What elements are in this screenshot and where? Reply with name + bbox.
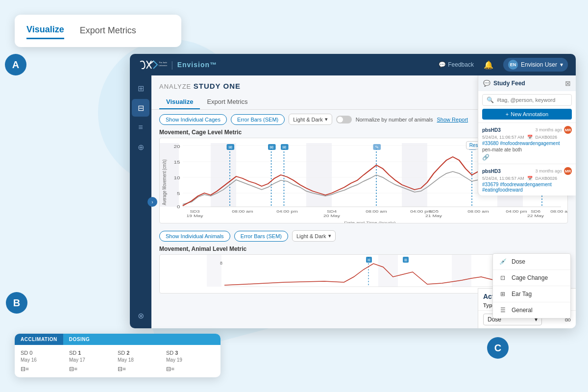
chevron-down-icon: ▾ [560,61,563,68]
feed-entry-1-header: pbsHD3 3 months ago MR [482,126,572,134]
logo-area: The Jackson Laboratory | Envision™ [138,58,217,72]
show-individual-cages-btn[interactable]: Show Individual Cages [159,114,227,125]
chart2-controls: Show Individual Animals Error Bars (SEM)… [151,226,576,245]
error-bars-btn-2[interactable]: Error Bars (SEM) [234,231,288,242]
type-dropdown-options: 💉 Dose ⊡ Cage Change ⊞ Ear Tag ☰ General [492,253,571,318]
sidebar-icon-chart[interactable]: ≡ [132,119,149,136]
feed-search[interactable]: 🔍 [482,94,572,106]
show-report-link[interactable]: Show Report [437,117,468,122]
svg-rect-59 [452,255,471,287]
timeline-date-1: May 17 [69,357,118,363]
sidebar-icon-grid[interactable]: ⊟ [132,99,149,117]
svg-text:SD3: SD3 [190,209,199,214]
svg-rect-57 [207,255,221,287]
option-cage-change[interactable]: ⊡ Cage Change [493,270,570,286]
sidebar-icon-settings[interactable]: ⊕ [132,138,149,156]
feed-entry-2: pbsHD3 3 months ago MR 5/24/24, 11:06:57… [478,164,576,196]
light-dark-dropdown-2[interactable]: Light & Dark ▾ [292,230,336,242]
option-general[interactable]: ☰ General [493,302,570,318]
timeline-icon-1: ⊟= [69,366,118,372]
svg-text:Average Movement (cm/s): Average Movement (cm/s) [162,159,167,205]
svg-text:⊞: ⊞ [270,145,274,149]
app-body: ⊞ ⊟ ≡ ⊕ ⊗ › ANALYZE STUDY ONE ↗ Share [130,75,576,328]
sd-label-0: SD [21,350,28,356]
feed-tag3-2: #eatingfoodreward [482,187,572,193]
plus-icon: + [506,111,509,117]
timeline-icon-2: ⊟= [118,366,166,372]
feed-title-row: 💬 Study Feed [483,80,525,87]
option-ear-tag[interactable]: ⊞ Ear Tag [493,286,570,302]
svg-rect-7 [211,143,236,207]
header-divider: | [171,60,173,70]
feed-user-2: pbsHD3 [482,169,501,174]
timeline-sd-1: SD 1 [69,350,118,356]
error-bars-btn[interactable]: Error Bars (SEM) [231,114,285,125]
timeline-icon-3: ⊟= [166,366,215,372]
timeline-row: SD 0 May 16 ⊟= SD 1 May 17 ⊟= SD 2 May 1… [15,345,220,377]
sidebar-toggle[interactable]: › [147,197,157,207]
new-annotation-label: New Annotation [511,111,548,117]
show-individual-animals-btn[interactable]: Show Individual Animals [159,231,230,242]
feed-entry-1: pbsHD3 3 months ago MR 5/24/24, 11:06:57… [478,122,576,164]
timeline-sd-3: SD 3 [166,350,215,356]
svg-text:19 May: 19 May [186,214,203,218]
feed-cage-2: DAXB0026 [536,176,558,181]
timeline-sd-2: SD 2 [118,350,166,356]
user-menu[interactable]: EN Envision User ▾ [503,58,568,72]
panel-b-timeline: ACCLIMATION DOSING SD 0 May 16 ⊟= SD 1 M… [15,334,220,377]
badge-a: A [5,54,26,75]
feed-search-input[interactable] [497,97,567,103]
feedback-button[interactable]: 💬 Feedback [439,61,474,68]
cage-icon: ⊡ [499,274,507,282]
feed-avatar-1: MR [564,126,572,134]
option-dose-label: Dose [512,258,525,265]
svg-rect-9 [402,143,427,207]
badge-c: C [487,337,509,359]
feed-close-icon[interactable]: ⊠ [565,79,571,87]
feed-time-2: 3 months ago [535,169,562,173]
svg-text:⊞: ⊞ [282,145,287,149]
search-icon: 🔍 [487,97,494,103]
svg-text:Date and Time (hourly): Date and Time (hourly) [344,220,396,223]
svg-text:⊞: ⊞ [404,258,407,262]
light-dark-dropdown[interactable]: Light & Dark ▾ [289,114,332,125]
tab-visualize-panel-a[interactable]: Visualize [26,24,64,39]
tab-export-panel-a[interactable]: Export Metrics [80,25,136,39]
user-avatar: EN [508,60,518,70]
option-ear-tag-label: Ear Tag [512,291,532,297]
feed-entry-2-header: pbsHD3 3 months ago MR [482,167,572,175]
svg-text:04:00 pm: 04:00 pm [276,209,298,214]
normalize-toggle[interactable] [336,116,352,123]
timeline-col-0: SD 0 May 16 ⊟= [21,350,69,372]
feed-header: 💬 Study Feed ⊠ [478,75,576,91]
tab-visualize[interactable]: Visualize [159,95,200,109]
page-breadcrumb: ANALYZE STUDY ONE [159,82,241,91]
svg-text:20: 20 [174,144,180,148]
notification-bell[interactable]: 🔔 [484,60,493,70]
svg-rect-58 [378,255,398,287]
feed-meta-2: 5/24/24, 11:06:57 AM 📅 DAXB0026 [482,176,572,181]
svg-text:22 May: 22 May [527,214,544,218]
normalize-label: Normalize by number of animals [356,117,433,122]
timeline-col-2: SD 2 May 18 ⊟= [118,350,166,372]
option-dose[interactable]: 💉 Dose [493,254,570,270]
feed-title: Study Feed [493,80,525,87]
timeline-col-3: SD 3 May 19 ⊟= [166,350,215,372]
app-header: The Jackson Laboratory | Envision™ 💬 Fee… [130,54,576,75]
feed-tag2-2: #foodrewardengaement [500,182,552,187]
sd-num-0: 0 [29,350,32,356]
sd-label-3: SD [166,350,173,356]
feed-text-1: pen-mate ate both [482,147,572,152]
sidebar-icon-home[interactable]: ⊞ [132,79,149,97]
timeline-date-0: May 16 [21,357,69,363]
tab-export-metrics[interactable]: Export Metrics [200,95,254,109]
sidebar-icon-bottom[interactable]: ⊗ [132,307,149,324]
timeline-col-1: SD 1 May 17 ⊟= [69,350,118,372]
new-annotation-btn[interactable]: + New Annotation [482,109,572,120]
svg-text:08:00 am: 08:00 am [467,209,489,214]
feed-cage-1: DAXB0026 [536,135,558,140]
feed-date-1: 5/24/24, 11:06:57 AM [482,135,524,140]
option-cage-change-label: Cage Change [512,274,548,281]
svg-text:15: 15 [174,160,180,164]
light-dark-label-2: Light & Dark [296,233,326,239]
